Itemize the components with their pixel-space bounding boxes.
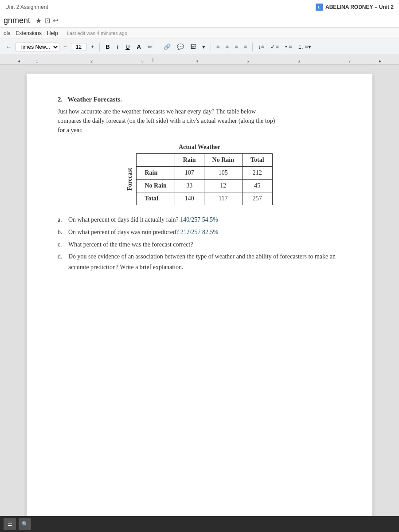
last-edit: Last edit was 4 minutes ago [67,31,127,36]
q-text-c: What percent of the time was the forecas… [68,239,341,250]
toolbar: ← Times New... − + B I U A ✏ 🔗 💬 🖼 ▾ ≡ ≡… [0,39,399,55]
alignment-group: ≡ ≡ ≡ ≡ [214,43,249,51]
numbered-list-dropdown-button[interactable]: 1. ≡▾ [296,43,313,51]
taskbar: ☰ 🔍 [0,516,399,532]
line-spacing-button[interactable]: ↕≡ [256,43,266,51]
ruler-tab[interactable]: ◂ [18,59,20,63]
table-row: Rain 107 105 212 [137,166,272,179]
th-total: Total [243,153,273,166]
weather-table: Rain No Rain Total Rain 107 105 212 [136,153,272,205]
ruler-mark-1: 1 [36,59,38,63]
q-text-a: On what percent of days did it actually … [68,215,341,225]
dropdown-button[interactable]: ▾ [200,43,207,51]
ruler-right-tab[interactable]: ◂ [379,59,381,63]
font-family-select[interactable]: Times New... [16,43,59,51]
drive-icon: E [316,4,323,11]
cursor-marker: I [152,57,153,63]
doc-title: gnment [4,16,30,25]
table-row: Total 140 117 257 [137,192,272,205]
cell-total-rain: 140 [175,192,204,205]
ruler-mark-7: 7 [348,59,351,63]
increase-font-button[interactable]: + [89,43,97,51]
forecast-label: Forecast [126,153,133,206]
ruler-mark-5: 5 [247,59,249,63]
th-no-rain: No Rain [204,153,242,166]
font-size-input[interactable] [71,43,87,51]
q-letter-d: d. [58,251,66,273]
q-answer-a: 140/257 54.5% [180,216,218,223]
doc-page: 2. Weather Forecasts. Just how accurate … [27,74,372,521]
question-b: b. On what percent of days was rain pred… [58,227,341,238]
ruler-mark-4: 4 [196,59,198,63]
secondary-menu: ols Extensions Help Last edit was 4 minu… [0,27,399,39]
weather-table-wrapper: Forecast Rain No Rain Total Rain 1 [126,153,272,206]
toolbar-separator-3 [211,43,211,51]
bold-button[interactable]: B [103,43,112,51]
image-button[interactable]: 🖼 [188,43,198,51]
italic-button[interactable]: I [114,43,121,51]
q-text-d: Do you see evidence of an association be… [68,251,341,273]
folder-icon[interactable]: ⊡ [44,16,50,25]
menu-help[interactable]: Help [47,30,58,36]
ruler: ◂ 1 2 3 4 5 6 7 ◂ I [0,55,399,65]
section-body: Just how accurate are the weather foreca… [58,107,341,135]
color-button[interactable]: A [134,43,144,51]
body-line2: compares the daily forecast (on the left… [58,117,275,124]
history-icon[interactable]: ↩ [53,16,59,25]
q-letter-b: b. [58,227,66,238]
ruler-marks: ◂ 1 2 3 4 5 6 7 ◂ I [18,55,381,64]
row-label-norain: No Rain [137,179,175,192]
top-bar: Unit 2 Assignment E ABELINA RODNEY – Uni… [0,0,399,14]
user-info: E ABELINA RODNEY – Unit 2 [316,4,394,11]
cell-rain-total: 212 [243,166,273,179]
menu-bar: gnment ★ ⊡ ↩ [0,14,399,27]
th-empty [137,153,175,166]
cell-norain-rain: 33 [175,179,204,192]
link-button[interactable]: 🔗 [161,43,173,51]
menu-extensions[interactable]: Extensions [16,30,42,36]
underline-button[interactable]: U [123,43,132,51]
cell-rain-rain: 107 [175,166,204,179]
align-justify-button[interactable]: ≡ [242,43,250,51]
align-left-button[interactable]: ≡ [214,43,222,51]
cell-norain-total: 45 [243,179,273,192]
body-line1: Just how accurate are the weather foreca… [58,108,256,115]
checklist-button[interactable]: ✓≡ [268,43,281,51]
row-label-rain: Rain [137,166,175,179]
taskbar-icon-1[interactable]: ☰ [4,518,16,530]
decrease-font-button[interactable]: − [61,43,69,51]
body-line3: for a year. [58,127,82,133]
document-title-top: Unit 2 Assignment [5,4,48,10]
cell-total-norain: 117 [204,192,242,205]
toolbar-separator-2 [158,43,158,51]
menu-tools[interactable]: ols [4,30,10,36]
q-letter-a: a. [58,215,66,225]
ruler-mark-6: 6 [297,59,300,63]
undo-button[interactable]: ← [4,43,14,51]
highlight-button[interactable]: ✏ [145,43,155,51]
cell-rain-norain: 105 [204,166,242,179]
comment-button[interactable]: 💬 [175,43,186,51]
cell-total-total: 257 [243,192,273,205]
row-label-total: Total [137,192,175,205]
toolbar-separator-4 [252,43,253,51]
q-answer-b: 212/257 82.5% [180,229,219,235]
cell-norain-norain: 12 [204,179,242,192]
table-section: Actual Weather Forecast Rain No Rain Tot… [58,144,341,206]
section-heading: 2. Weather Forecasts. [58,96,341,103]
align-center-button[interactable]: ≡ [223,43,231,51]
ruler-mark-2: 2 [90,59,93,63]
table-row: No Rain 33 12 45 [137,179,272,192]
section-title: Weather Forecasts. [67,96,122,103]
q-text-b: On what percent of days was rain predict… [68,227,341,238]
th-rain: Rain [175,153,204,166]
bullet-list-button[interactable]: • ≡ [283,43,294,51]
q-letter-c: c. [58,239,66,250]
align-right-button[interactable]: ≡ [232,43,240,51]
taskbar-icon-2[interactable]: 🔍 [19,518,31,530]
table-header-row: Rain No Rain Total [137,153,272,166]
star-icon[interactable]: ★ [35,16,42,25]
section-number: 2. [58,96,63,103]
user-name: ABELINA RODNEY – Unit 2 [325,4,394,10]
actual-weather-label: Actual Weather [179,144,220,151]
